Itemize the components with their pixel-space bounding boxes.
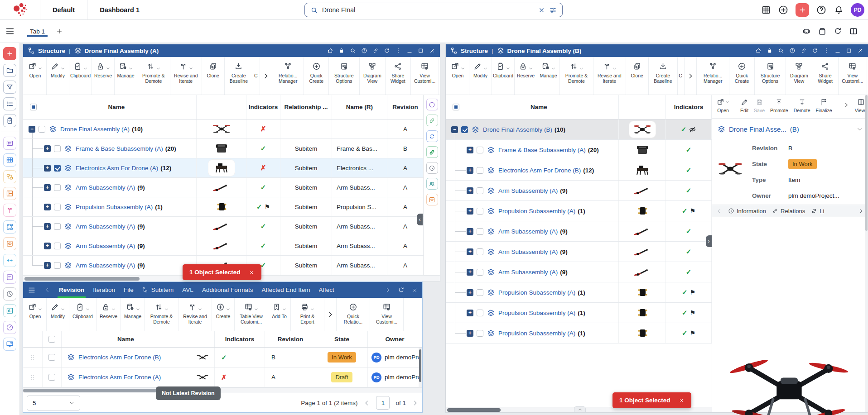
clone-button[interactable]: Clone [202, 57, 225, 95]
create-baseline-button[interactable]: Create Baseline [649, 57, 678, 95]
row-checkbox[interactable] [54, 145, 61, 152]
row-checkbox[interactable] [54, 223, 61, 230]
column-header[interactable] [619, 95, 666, 119]
item-name-link[interactable]: Propulsion Subassembly (A) [498, 208, 575, 215]
sidebar-item-filter[interactable] [3, 81, 16, 94]
relatio-manager-button[interactable]: Relatio... Manager [272, 57, 304, 95]
tab-subitem[interactable]: Subitem [142, 282, 174, 298]
tab-avl[interactable]: AVL [182, 282, 193, 298]
table-view-customi-button[interactable]: Table View Customi... [235, 298, 268, 331]
manage-button[interactable]: Manage [115, 57, 137, 95]
expand-toggle[interactable]: + [467, 330, 473, 337]
refresh-icon[interactable] [834, 27, 842, 36]
column-header[interactable]: Indicators [215, 331, 265, 347]
expand-toggle[interactable]: + [44, 204, 51, 210]
workspace-tab-dashboard[interactable]: Dashboard 1 [87, 0, 152, 19]
column-header[interactable]: Indicators [246, 95, 280, 119]
tree-row[interactable]: +Arm Subassembly (A)(9)✓ [446, 221, 712, 242]
toolbar-overflow-button[interactable] [260, 57, 272, 95]
expand-toggle[interactable]: + [44, 165, 51, 172]
row-checkbox[interactable] [54, 243, 61, 249]
reserve-button[interactable]: Reserve [515, 57, 537, 95]
quick-relatio-button[interactable]: Quick Relatio... [337, 298, 370, 331]
item-name-link[interactable]: Arm Subassembly (A) [76, 184, 135, 191]
table-row[interactable]: Electronics Asm For Drone (B)✓BIn WorkPD… [23, 348, 422, 367]
minimize-window-icon[interactable] [406, 48, 413, 54]
close-icon[interactable] [538, 7, 545, 14]
diagram-view-button[interactable]: Diagram View [360, 57, 386, 95]
search-settings-icon[interactable] [549, 6, 557, 14]
quick-add-button[interactable] [796, 3, 809, 17]
select-column-header[interactable] [43, 331, 62, 347]
tab-tab1[interactable]: Tab 1 [26, 20, 48, 43]
expand-toggle[interactable]: + [467, 147, 473, 153]
detail-item-header[interactable]: Drone Final Asse... (B) [712, 119, 868, 139]
table-row[interactable]: Electronics Asm For Drone (A)✗ADraftPDpl… [23, 367, 422, 387]
strip-link[interactable] [426, 114, 438, 126]
panel-menu-icon[interactable] [28, 286, 36, 294]
edit-button[interactable]: Edit [740, 98, 748, 113]
clipboard-button[interactable]: Clipboard [69, 57, 92, 95]
revise-and-iterate-button[interactable]: Revise and Iterate [593, 57, 626, 95]
name-column-header[interactable]: Name [446, 95, 619, 119]
finalize-button[interactable]: Finalize [815, 98, 832, 113]
help-window-icon[interactable] [361, 48, 367, 54]
refresh-window-icon[interactable] [812, 48, 818, 54]
close-window-icon[interactable] [857, 48, 863, 54]
view-customi-button[interactable]: View Customi... [839, 57, 867, 95]
modify-button[interactable]: Modify [47, 57, 69, 95]
next-page-icon[interactable] [412, 400, 419, 406]
global-search-input[interactable]: Drone FInal [304, 3, 563, 17]
expand-toggle[interactable]: + [467, 269, 473, 276]
tree-row[interactable]: +Frame & Base Subassembly (A)(20)✓Subite… [23, 139, 424, 158]
tree-row[interactable]: +Propulsion Subassembly (A)(1)✓⚑ [446, 201, 712, 221]
item-name-link[interactable]: Arm Subassembly (A) [498, 269, 558, 276]
structure-options-button[interactable]: Structure Options [329, 57, 360, 95]
tree-row[interactable]: +Propulsion Subassembly (A)(1)✓⚑ [446, 282, 712, 303]
sidebar-item-chart[interactable] [3, 304, 16, 317]
panel-title-bar[interactable]: Structure | Drone Final Assembly (B) [446, 44, 868, 57]
chevron-down-icon[interactable] [857, 126, 863, 132]
search-window-icon[interactable] [350, 48, 356, 54]
column-header[interactable]: Name (R) [332, 95, 387, 119]
horizontal-scrollbar[interactable] [23, 387, 422, 393]
strip-link-bold[interactable] [426, 146, 438, 158]
column-header[interactable]: Relationship ... [280, 95, 332, 119]
vertical-scrollbar[interactable] [419, 348, 422, 387]
expand-toggle[interactable]: + [44, 223, 51, 230]
expand-toggle[interactable]: + [467, 228, 473, 235]
filter-settings-icon[interactable] [549, 6, 557, 14]
sidebar-item-list[interactable] [3, 97, 16, 110]
item-name-link[interactable]: Electronics Asm For Drone (B) [78, 354, 161, 361]
select-all-checkbox[interactable] [30, 104, 37, 110]
promote-demote-button[interactable]: Promote & Demote [560, 57, 593, 95]
item-name-link[interactable]: Arm Subassembly (A) [76, 262, 135, 269]
row-checkbox[interactable] [477, 228, 483, 235]
archive-icon[interactable] [818, 27, 827, 36]
row-select[interactable] [43, 367, 62, 387]
item-name-link[interactable]: Drone Final Assembly (A) [60, 126, 130, 133]
column-header[interactable] [197, 95, 246, 119]
item-name-link[interactable]: Propulsion Subassembly (A) [498, 330, 575, 337]
archive-icon[interactable] [818, 27, 827, 36]
expand-toggle[interactable]: + [467, 289, 473, 296]
tab-affect[interactable]: Affect [319, 282, 334, 298]
quick-create-button[interactable]: Quick Create [729, 57, 755, 95]
item-name-link[interactable]: Arm Subassembly (A) [498, 248, 558, 255]
item-name-link[interactable]: Propulsion Subassembly (A) [498, 310, 575, 316]
close-window-icon[interactable] [429, 48, 435, 54]
viewer-3d[interactable] [712, 268, 865, 412]
close-icon[interactable] [248, 269, 255, 276]
row-checkbox[interactable] [477, 167, 483, 174]
create-button[interactable]: Create [212, 298, 235, 331]
clipboard-button[interactable]: Clipboard [492, 57, 515, 95]
link-window-icon[interactable] [800, 48, 807, 54]
scroll-thumb[interactable] [24, 277, 140, 281]
row-checkbox[interactable] [477, 187, 483, 194]
cells-icon[interactable] [761, 5, 771, 15]
maximize-window-icon[interactable] [846, 48, 852, 54]
create-baseline-button[interactable]: Create Baseline [225, 57, 253, 95]
collapse-panel-handle[interactable]: ‹ [417, 214, 423, 225]
tree-row[interactable]: +Electronics Asm For Drone (A)(12)✗Subit… [23, 158, 424, 178]
column-header[interactable]: Revision [387, 95, 424, 119]
